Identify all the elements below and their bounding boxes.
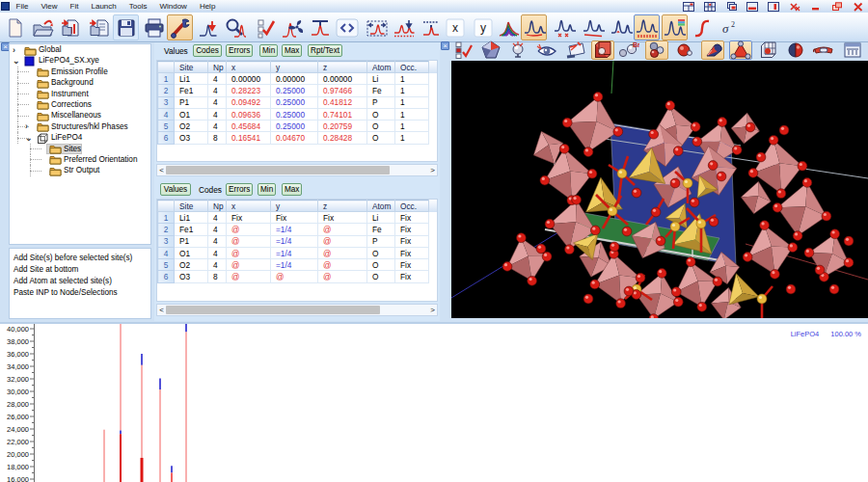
menu-view[interactable]: View — [35, 2, 64, 11]
action-add-site-s-before-selected-sit[interactable]: Add Site(s) before selected site(s) — [10, 252, 150, 263]
column-header-x[interactable]: x — [227, 62, 271, 73]
cell[interactable]: 1 — [395, 108, 429, 120]
column-header-Occ.[interactable]: Occ. — [395, 62, 429, 73]
tree-item-lifepo4-sx-xye[interactable]: ⌄LiFePO4_SX.xye — [10, 55, 150, 66]
peak-down-icon[interactable] — [195, 14, 221, 40]
menu-launch[interactable]: Launch — [85, 2, 122, 11]
action-add-atom-at-selected-site-s-[interactable]: Add Atom at selected site(s) — [10, 275, 150, 286]
tree-item-structures-hkl-phases[interactable]: ›Structures/hkl Phases — [10, 121, 150, 132]
cell[interactable]: 1 — [395, 73, 429, 85]
column-header-Occ.[interactable]: Occ. — [395, 201, 429, 212]
menu-fit[interactable]: Fit — [64, 2, 85, 11]
toggle-rpt-text[interactable]: Rpt/Text — [308, 44, 342, 57]
x-axis-icon[interactable]: x — [442, 14, 468, 40]
restore-icon[interactable] — [830, 1, 843, 12]
minimize-icon[interactable] — [809, 1, 822, 12]
action-paste-inp-to-node-selections[interactable]: Paste INP to Node/Selections — [10, 287, 150, 299]
cell[interactable]: P — [367, 235, 395, 247]
column-header-Site[interactable]: Site — [175, 62, 208, 73]
chevron-right-icon[interactable]: › — [13, 45, 15, 55]
cell[interactable]: O — [367, 120, 395, 132]
cell[interactable]: 0.41812 — [318, 96, 367, 108]
bounded-peak-icon[interactable] — [307, 14, 333, 40]
tree-item-background[interactable]: Background — [10, 77, 150, 88]
table-row[interactable]: 1Li140.000000.000000.00000Li1 — [158, 73, 429, 85]
cell[interactable]: =1/4 — [271, 224, 318, 235]
toggle-codes[interactable]: Codes — [193, 44, 222, 57]
red-peaks-icon[interactable] — [521, 14, 547, 40]
cell[interactable]: @ — [227, 224, 271, 235]
peaks-underline-icon[interactable] — [580, 14, 606, 40]
cell[interactable]: 0.45684 — [227, 120, 271, 132]
cell[interactable]: P1 — [175, 96, 208, 108]
save-icon[interactable] — [113, 14, 139, 40]
table-window-icon[interactable] — [841, 40, 864, 60]
toggle-min[interactable]: Min — [259, 44, 278, 57]
action-add-site-at-bottom[interactable]: Add Site at bottom — [10, 263, 150, 275]
eye-edit-icon[interactable] — [535, 40, 558, 60]
cell[interactable]: @ — [318, 247, 367, 258]
scroll-left-icon[interactable]: < — [157, 305, 166, 315]
menu-help[interactable]: Help — [193, 2, 221, 11]
column-header-x[interactable]: x — [227, 201, 271, 212]
open-file-icon[interactable] — [30, 14, 56, 40]
cell[interactable]: 4 — [208, 247, 227, 258]
cell[interactable]: Fix — [395, 271, 429, 282]
cell[interactable]: @ — [227, 271, 271, 282]
chevron-down-icon[interactable]: ⌄ — [13, 56, 20, 66]
table-row[interactable]: 2Fe140.282230.250000.97466Fe1 — [158, 85, 429, 96]
toggle-values[interactable]: Values — [160, 183, 191, 196]
draw-chart-icon[interactable] — [563, 40, 586, 60]
triangle-atoms-icon[interactable] — [729, 40, 752, 60]
structure-3d-view[interactable] — [451, 61, 868, 318]
peaks-crosses-icon[interactable] — [551, 14, 577, 40]
cell[interactable]: 0.20759 — [318, 120, 367, 132]
tree-item-instrument[interactable]: Instrument — [10, 89, 150, 99]
cascade-windows-icon[interactable] — [724, 1, 737, 12]
toggle-max[interactable]: Max — [282, 44, 302, 57]
cell[interactable]: Fix — [395, 247, 429, 258]
cell[interactable]: 1 — [395, 132, 429, 144]
cell[interactable]: Fe1 — [175, 85, 208, 96]
column-header-z[interactable]: z — [318, 62, 367, 73]
cell[interactable]: Fix — [395, 224, 429, 235]
cell[interactable]: Fix — [271, 212, 318, 224]
sphere-ring-icon[interactable] — [672, 40, 695, 60]
cell[interactable]: 0.28223 — [227, 85, 271, 96]
table-row[interactable]: 3P14@=1/4@PFix — [158, 235, 429, 247]
cell[interactable]: 0.16541 — [227, 132, 271, 144]
cell[interactable]: P — [367, 96, 395, 108]
spheres-icon[interactable] — [645, 40, 668, 60]
column-header-y[interactable]: y — [271, 201, 318, 212]
zoom-region-icon[interactable] — [364, 14, 390, 40]
cell[interactable]: @ — [227, 247, 271, 258]
cumulative-curve-icon[interactable] — [689, 14, 715, 40]
cell[interactable]: 0.74101 — [318, 108, 367, 120]
cell[interactable]: Li — [367, 73, 395, 85]
sigma-squared-icon[interactable]: σ2 — [717, 14, 743, 40]
cell[interactable]: Li1 — [175, 212, 208, 224]
cell[interactable]: O1 — [175, 247, 208, 258]
cell[interactable]: 0.25000 — [271, 96, 318, 108]
cell[interactable]: @ — [318, 271, 367, 282]
column-header-Np[interactable]: Np — [208, 201, 227, 212]
cell[interactable]: Fe — [367, 224, 395, 235]
peaks-arrow-down-icon[interactable] — [391, 14, 417, 40]
cell[interactable]: 0.28428 — [318, 132, 367, 144]
cell[interactable]: 4 — [208, 235, 227, 247]
cell[interactable]: Fix — [227, 212, 271, 224]
menu-file[interactable]: File — [10, 2, 35, 11]
cell[interactable]: Fix — [395, 235, 429, 247]
column-header-z[interactable]: z — [318, 201, 367, 212]
scroll-right-icon[interactable]: > — [428, 165, 437, 175]
cell[interactable]: O3 — [175, 132, 208, 144]
table-row[interactable]: 2Fe14@=1/4@FeFix — [158, 224, 429, 235]
cell[interactable]: P1 — [175, 235, 208, 247]
cell[interactable]: 4 — [208, 259, 227, 271]
rainbow-peaks-icon[interactable] — [496, 14, 522, 40]
site-list-icon[interactable] — [452, 40, 475, 60]
tile-vertical-icon[interactable] — [767, 1, 779, 12]
cell[interactable]: O — [367, 247, 395, 258]
cell[interactable]: O — [367, 132, 395, 144]
column-header-rownum[interactable] — [158, 62, 175, 73]
